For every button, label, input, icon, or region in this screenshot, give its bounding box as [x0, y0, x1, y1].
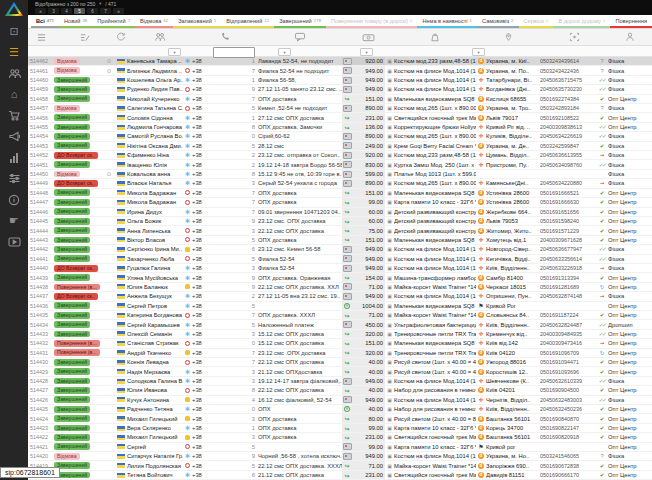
order-row[interactable]: 514460ЗавершенийКошелева Ольга Ар..✻+381… [28, 76, 652, 85]
order-row[interactable]: 514439ЗавершенийУляна Мусійовська✻+389ОП… [28, 273, 652, 282]
product-info-icon[interactable]: ▣ [385, 132, 394, 140]
phone-filter-input[interactable] [213, 47, 255, 58]
tracking-number[interactable]: 20450634098760 [540, 160, 596, 168]
product-info-icon[interactable]: ▣ [385, 76, 394, 84]
order-row[interactable]: 514437ДО Возврат ск..Анжела Безущук✻+382… [28, 292, 652, 301]
client-phone[interactable]: +38 [192, 377, 213, 385]
product-info-icon[interactable]: ▣ [385, 113, 394, 121]
tab-Прийнятий[interactable]: Прийнятий7 [92, 15, 135, 28]
client-phone[interactable]: +38 [192, 66, 213, 74]
column-location-icon[interactable] [476, 29, 540, 45]
product-filter-dropdown[interactable]: ▼ [472, 48, 485, 56]
amount-filter-dropdown[interactable]: ▼ [360, 48, 373, 56]
tab-Повернення[interactable]: Повернення [610, 15, 652, 28]
column-phone-icon[interactable] [192, 29, 258, 45]
client-phone[interactable]: +38 [192, 57, 213, 65]
client-phone[interactable]: +38 [192, 123, 213, 131]
tab-Нема в наявності[interactable]: Нема в наявності1 [417, 15, 477, 28]
order-row[interactable]: 514455ЗавершенийЛюдмила Гончарова✻+388ОП… [28, 123, 652, 132]
client-phone[interactable]: +38 [192, 452, 213, 460]
comment-filter-dropdown[interactable]: ▼ [278, 48, 291, 56]
client-phone[interactable]: +38 [192, 236, 213, 244]
product-info-icon[interactable]: ▣ [385, 471, 394, 479]
orders-menu-icon[interactable]: ☰ [5, 44, 23, 61]
tab-Сервіси[interactable]: Сервіси0 [519, 15, 554, 28]
tracking-number[interactable]: 20400309671628 [540, 236, 596, 244]
tracking-number[interactable]: 0501691094471 [540, 358, 596, 366]
info-icon[interactable] [5, 191, 23, 208]
client-phone[interactable]: +38 [192, 76, 213, 84]
order-row[interactable]: 514458ЗавершенийНиколай Кучеренко✻+387ОП… [28, 95, 652, 104]
order-row[interactable]: 514446ЗавершенийИрина Дидух✻+38709.01 зв… [28, 208, 652, 217]
client-phone[interactable]: +38 [192, 170, 213, 178]
tab-Самовивіз[interactable]: Самовивіз2 [477, 15, 519, 28]
product-info-icon[interactable]: ▣ [385, 330, 394, 338]
client-phone[interactable]: +38 [192, 283, 213, 291]
order-row[interactable]: 514425ЗавершенийРадченко Тетяна✻+380ОПХ₴… [28, 405, 652, 414]
order-row[interactable]: 514420ВідмоваСитарчук Наталія Гр..✻+389Ч… [28, 452, 652, 461]
product-info-icon[interactable]: ▣ [385, 198, 394, 206]
tracking-number[interactable]: 0503242893184 [540, 104, 596, 112]
tab-Відправлений[interactable]: Відправлений12 [221, 15, 274, 28]
client-phone[interactable]: +38 [192, 405, 213, 413]
tracking-number[interactable]: 20400309838613 [540, 123, 596, 131]
tracking-number[interactable]: 0501690840870 [540, 414, 596, 422]
tracking-number[interactable] [540, 302, 596, 310]
order-row[interactable]: 514440ДО Возврат ск..Гуцалюк Галина✻+383… [28, 264, 652, 273]
product-info-icon[interactable]: ▣ [385, 377, 394, 385]
column-refresh-icon[interactable] [114, 29, 127, 45]
product-info-icon[interactable]: ▣ [385, 311, 394, 319]
order-row[interactable]: 514442ЗавершенийСергієнко Ірина Ми..+386… [28, 245, 652, 254]
order-row[interactable]: 514435ЗавершенийКатерина Богданова+387ОП… [28, 311, 652, 320]
order-row[interactable]: 514419ЗавершенийЛилия Подолянская+38522.… [28, 461, 652, 470]
client-phone[interactable]: +38 [192, 208, 213, 216]
client-filter-dropdown[interactable]: ▼ [168, 48, 181, 56]
tracking-number[interactable]: 0501691571229 [540, 226, 596, 234]
tracking-number[interactable]: 20450632824487 [540, 320, 596, 328]
order-row[interactable]: 514441ЗавершенийЗахарченко Люба+385Фиалк… [28, 255, 652, 264]
product-info-icon[interactable]: ▣ [385, 433, 394, 441]
sliders-icon[interactable] [5, 170, 23, 187]
order-row[interactable]: 514451ЗавершенийІващенко Юлія✻+38219.12 … [28, 160, 652, 169]
tracking-number[interactable]: 0501690822147 [540, 424, 596, 432]
product-info-icon[interactable]: ▣ [385, 104, 394, 112]
tracking-number[interactable]: 0503241546065 [540, 452, 596, 460]
tracking-number[interactable] [540, 170, 596, 178]
tab-Новий[interactable]: Новий48 [59, 15, 92, 28]
order-row[interactable]: 514459ЗавершенийРуденко Лидия Пав..+3892… [28, 85, 652, 94]
tracking-number[interactable]: 0501691093696 [540, 367, 596, 375]
tab-Повернення товару (в дорозі)[interactable]: Повернення товару (в дорозі)0 [326, 15, 417, 28]
client-phone[interactable]: +38 [192, 104, 213, 112]
client-phone[interactable]: +38 [192, 160, 213, 168]
client-phone[interactable]: +38 [192, 113, 213, 121]
page-button-5[interactable]: 5 [74, 8, 85, 14]
tracking-number[interactable]: 20450634220880 [540, 179, 596, 187]
tracking-number[interactable]: 20450636677947 [540, 245, 596, 253]
tracking-number[interactable]: 0501690672838 [540, 461, 596, 469]
product-info-icon[interactable]: ▣ [385, 245, 394, 253]
column-amount-icon[interactable] [342, 29, 394, 45]
product-info-icon[interactable]: ▣ [385, 452, 394, 460]
order-row[interactable]: 514457ВідмоваСалегина Татьяна С..+385Кем… [28, 104, 652, 113]
product-info-icon[interactable]: ▣ [385, 264, 394, 272]
client-phone[interactable]: +38 [192, 339, 213, 347]
product-info-icon[interactable]: ▣ [385, 414, 394, 422]
tracking-number[interactable]: 20450634226619 [540, 132, 596, 140]
tracking-number[interactable]: 0501690666170 [540, 471, 596, 479]
client-phone[interactable]: +38 [192, 414, 213, 422]
client-phone[interactable]: +38 [192, 471, 213, 479]
client-phone[interactable]: +38 [192, 226, 213, 234]
client-phone[interactable]: +38 [192, 367, 213, 375]
order-row[interactable]: 514424ЗавершенийМихаил Гилецький+383ОПХ … [28, 414, 652, 423]
client-phone[interactable]: +38 [192, 433, 213, 441]
client-phone[interactable]: +38 [192, 311, 213, 319]
tracking-number[interactable]: 0501691187224 [540, 311, 596, 319]
tracking-number[interactable]: 0501690904500 [540, 386, 596, 394]
product-info-icon[interactable]: ▣ [385, 358, 394, 366]
tracking-number[interactable]: 20450632610339 [540, 377, 596, 385]
order-row[interactable]: 514452ДО Возврат ск..Єфименко Ніна✻+3822… [28, 151, 652, 160]
megaphone-icon[interactable] [5, 128, 23, 145]
order-row[interactable]: 514445ЗавершенийОльга Божик✻+38923.12 см… [28, 217, 652, 226]
client-phone[interactable]: +38 [192, 264, 213, 272]
tracking-number[interactable]: 20450635730230 [540, 85, 596, 93]
